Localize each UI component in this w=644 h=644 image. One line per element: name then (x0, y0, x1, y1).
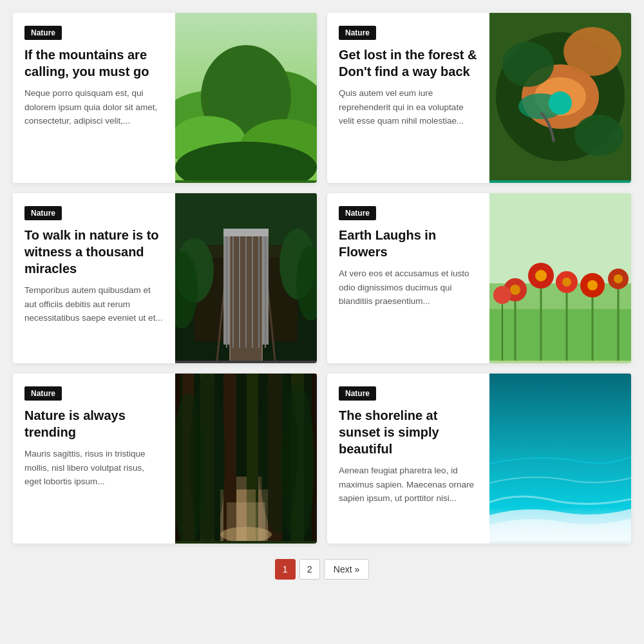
category-badge: Nature (339, 386, 376, 401)
svg-point-52 (587, 280, 598, 290)
category-badge: Nature (24, 206, 62, 220)
card-description: Aenean feugiat pharetra leo, id maximus … (339, 464, 478, 506)
pagination: 12Next » (275, 559, 369, 580)
card-title: Get lost in the forest & Don't find a wa… (339, 46, 478, 80)
card-content: Nature To walk in nature is to witness a… (13, 193, 175, 363)
card-image (489, 374, 631, 544)
svg-point-57 (493, 286, 511, 304)
article-image (175, 193, 317, 363)
card-description: Quis autem vel eum iure reprehenderit qu… (339, 86, 478, 128)
card-2[interactable]: Nature Get lost in the forest & Don't fi… (327, 13, 631, 183)
card-content: Nature Earth Laughs in Flowers At vero e… (327, 193, 489, 363)
svg-point-55 (614, 274, 623, 283)
card-5[interactable]: Nature Nature is always trending Mauris … (13, 374, 317, 544)
svg-point-13 (502, 42, 554, 87)
svg-point-72 (189, 374, 225, 541)
article-image (489, 193, 631, 363)
card-1[interactable]: Nature If the mountains are calling, you… (13, 13, 317, 183)
card-content: Nature If the mountains are calling, you… (13, 13, 175, 183)
card-title: To walk in nature is to witness a thousa… (24, 227, 164, 277)
svg-point-43 (510, 285, 520, 295)
next-page-button[interactable]: Next » (324, 559, 369, 580)
category-badge: Nature (24, 26, 62, 40)
article-image (489, 13, 631, 183)
card-content: Nature The shoreline at sunset is simply… (327, 374, 489, 544)
card-3[interactable]: Nature To walk in nature is to witness a… (13, 193, 317, 363)
svg-point-14 (564, 27, 621, 76)
card-title: The shoreline at sunset is simply beauti… (339, 407, 478, 457)
card-content: Nature Nature is always trending Mauris … (13, 374, 175, 544)
svg-point-49 (562, 278, 571, 287)
card-image (175, 13, 317, 183)
page-2-button[interactable]: 2 (299, 559, 320, 580)
svg-rect-75 (227, 502, 265, 541)
svg-rect-40 (489, 309, 631, 361)
category-badge: Nature (339, 26, 376, 40)
card-image (489, 193, 631, 363)
category-badge: Nature (339, 206, 376, 220)
category-badge: Nature (24, 386, 62, 401)
article-image (489, 374, 631, 544)
card-description: Neque porro quisquam est, qui dolorem ip… (24, 86, 164, 128)
svg-rect-26 (223, 229, 269, 236)
page-1-button[interactable]: 1 (275, 559, 296, 580)
card-title: Earth Laughs in Flowers (339, 227, 478, 260)
card-image (489, 13, 631, 183)
card-content: Nature Get lost in the forest & Don't fi… (327, 13, 489, 183)
svg-point-12 (549, 91, 572, 115)
article-image (175, 13, 317, 183)
card-image (175, 193, 317, 363)
article-image (175, 374, 317, 544)
svg-point-46 (535, 270, 547, 281)
card-title: Nature is always trending (24, 407, 164, 440)
article-grid: Nature If the mountains are calling, you… (13, 13, 631, 544)
card-4[interactable]: Nature Earth Laughs in Flowers At vero e… (327, 193, 631, 363)
svg-point-15 (574, 115, 623, 156)
card-6[interactable]: Nature The shoreline at sunset is simply… (327, 374, 631, 544)
card-image (175, 374, 317, 544)
card-description: At vero eos et accusamus et iusto odio d… (339, 267, 478, 308)
card-description: Mauris sagittis, risus in tristique moll… (24, 447, 164, 489)
card-description: Temporibus autem quibusdam et aut offici… (24, 283, 164, 325)
card-title: If the mountains are calling, you must g… (24, 46, 164, 80)
